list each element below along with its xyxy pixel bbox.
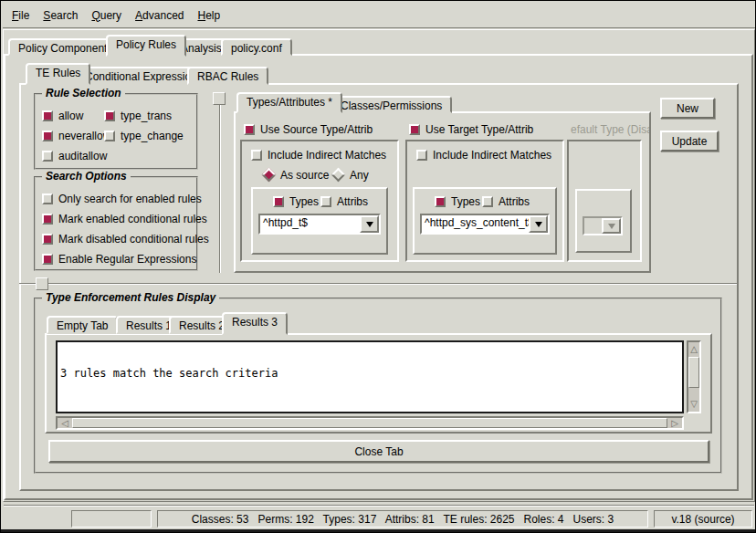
- radio-label: As source: [280, 169, 329, 182]
- horizontal-sash-handle[interactable]: [36, 277, 48, 290]
- checkbox-auditallow[interactable]: auditallow: [42, 149, 107, 162]
- tab-types-attributes[interactable]: Types/Attributes *: [236, 92, 342, 113]
- checkbox-indicator: [42, 110, 53, 121]
- scroll-right-button[interactable]: ▷: [667, 418, 682, 428]
- tab-classes-permissions[interactable]: Classes/Permissions: [331, 96, 452, 113]
- menu-advanced-label: dvanced: [142, 9, 184, 22]
- target-type-combobox-arrow[interactable]: [529, 215, 548, 233]
- source-type-combobox-value[interactable]: ^httpd_t$: [260, 215, 360, 233]
- update-button[interactable]: Update: [660, 131, 719, 152]
- status-stats: Classes: 53 Perms: 192 Types: 317 Attrib…: [192, 513, 614, 526]
- tab-results-3[interactable]: Results 3: [222, 312, 288, 335]
- menu-file[interactable]: File: [12, 9, 29, 22]
- scroll-left-button[interactable]: ◁: [58, 418, 72, 428]
- checkbox-use-target-type[interactable]: Use Target Type/Attrib: [409, 122, 533, 136]
- checkbox-enable-regex[interactable]: Enable Regular Expressions: [42, 252, 196, 266]
- checkbox-label: Mark enabled conditional rules: [58, 213, 207, 225]
- tab-empty-tab[interactable]: Empty Tab: [47, 316, 118, 334]
- checkbox-indicator: [104, 131, 115, 141]
- menu-help-label: elp: [205, 9, 220, 22]
- checkbox-type-trans[interactable]: type_trans: [104, 109, 172, 122]
- policy-version: v.18 (source): [671, 513, 734, 526]
- status-stats-panel: Classes: 53 Perms: 192 Types: 317 Attrib…: [157, 510, 648, 528]
- tab-policy-conf[interactable]: policy.conf: [221, 38, 292, 56]
- vertical-scroll-thumb[interactable]: [688, 357, 699, 388]
- checkbox-allow[interactable]: allow: [42, 109, 83, 122]
- menubar: File Search Query Advanced Help: [3, 3, 755, 28]
- checkbox-source-attribs[interactable]: Attribs: [320, 194, 368, 208]
- scroll-down-button[interactable]: ▽: [688, 397, 699, 412]
- target-type-combobox-value[interactable]: ^httpd_sys_content_t$: [422, 215, 529, 233]
- checkbox-label: Types: [451, 195, 480, 208]
- checkbox-label: type_trans: [121, 110, 172, 122]
- chevron-down-icon: [366, 222, 373, 227]
- checkbox-mark-disabled-conditional[interactable]: Mark disabled conditional rules: [42, 232, 209, 246]
- apol-window: File Search Query Advanced Help Policy C…: [0, 0, 756, 533]
- results-vertical-scrollbar[interactable]: △ ▽: [687, 340, 701, 413]
- checkbox-source-types[interactable]: Types: [273, 194, 319, 208]
- radio-label: Any: [350, 169, 369, 182]
- default-type-combobox-value: [584, 218, 602, 234]
- checkbox-indicator: [251, 150, 262, 161]
- menu-query[interactable]: Query: [91, 9, 121, 22]
- checkbox-target-types[interactable]: Types: [435, 194, 480, 208]
- checkbox-neverallow[interactable]: neverallow: [42, 129, 110, 142]
- arrow-left-icon: ◁: [61, 419, 68, 428]
- checkbox-target-indirect[interactable]: Include Indirect Matches: [416, 148, 551, 162]
- menu-advanced[interactable]: Advanced: [135, 9, 184, 22]
- checkbox-label: Include Indirect Matches: [433, 149, 551, 162]
- checkbox-indicator: [42, 254, 53, 265]
- checkbox-indicator: [482, 196, 493, 207]
- checkbox-label: Types: [289, 195, 319, 208]
- menu-query-label: uery: [100, 9, 121, 22]
- source-type-combobox-arrow[interactable]: [360, 215, 379, 233]
- checkbox-type-change[interactable]: type_change: [104, 129, 184, 142]
- status-progress-panel: [71, 510, 152, 528]
- new-button[interactable]: New: [660, 98, 715, 119]
- default-type-combobox: [583, 216, 623, 235]
- radio-as-source[interactable]: As source: [264, 168, 329, 182]
- tab-rbac-rules[interactable]: RBAC Rules: [187, 67, 268, 85]
- menu-query-mnemonic: Q: [91, 9, 100, 22]
- checkbox-label: type_change: [121, 130, 184, 142]
- status-version-panel: v.18 (source): [654, 510, 752, 528]
- chevron-down-icon: [535, 222, 542, 227]
- arrow-down-icon: ▽: [690, 400, 698, 409]
- vertical-sash-handle[interactable]: [213, 92, 226, 105]
- tab-policy-rules[interactable]: Policy Rules: [106, 35, 186, 57]
- checkbox-only-enabled-rules[interactable]: Only search for enabled rules: [42, 192, 202, 205]
- target-type-combobox[interactable]: ^httpd_sys_content_t$: [420, 214, 550, 235]
- arrow-right-icon: ▷: [671, 419, 678, 428]
- horizontal-scroll-thumb[interactable]: [72, 418, 667, 428]
- menu-help[interactable]: Help: [197, 9, 220, 22]
- results-horizontal-scrollbar[interactable]: ◁ ▷: [56, 416, 684, 430]
- scroll-up-button[interactable]: △: [688, 342, 699, 357]
- default-type-combobox-arrow: [602, 218, 621, 234]
- te-rules-display-title: Type Enforcement Rules Display: [42, 291, 219, 304]
- checkbox-label: Use Source Type/Attrib: [260, 123, 373, 136]
- checkbox-use-source-type[interactable]: Use Source Type/Attrib: [244, 122, 373, 136]
- checkbox-source-indirect[interactable]: Include Indirect Matches: [251, 148, 386, 162]
- checkbox-indicator: [273, 196, 284, 207]
- radio-any[interactable]: Any: [333, 168, 369, 182]
- results-textarea[interactable]: 3 rules match the search criteria (5822)…: [56, 340, 684, 413]
- statusbar-separator: [4, 505, 754, 507]
- results-header: 3 rules match the search criteria: [60, 368, 679, 380]
- checkbox-mark-enabled-conditional[interactable]: Mark enabled conditional rules: [42, 212, 207, 225]
- checkbox-label: Only search for enabled rules: [58, 193, 202, 205]
- checkbox-indicator: [42, 193, 53, 204]
- checkbox-indicator: [320, 196, 331, 207]
- checkbox-label: auditallow: [58, 150, 107, 162]
- checkbox-label: Attribs: [499, 195, 530, 208]
- close-tab-button[interactable]: Close Tab: [48, 440, 709, 463]
- scroll-trough[interactable]: [688, 388, 699, 397]
- tab-te-rules[interactable]: TE Rules: [26, 63, 90, 85]
- rule-selection-title: Rule Selection: [42, 87, 125, 99]
- checkbox-label: Include Indirect Matches: [268, 149, 386, 162]
- checkbox-indicator: [244, 124, 255, 135]
- source-type-combobox[interactable]: ^httpd_t$: [258, 214, 381, 235]
- search-options-title: Search Options: [42, 170, 131, 183]
- menu-search[interactable]: Search: [43, 9, 78, 22]
- checkbox-target-attribs[interactable]: Attribs: [482, 194, 530, 208]
- menu-search-label: earch: [50, 9, 78, 22]
